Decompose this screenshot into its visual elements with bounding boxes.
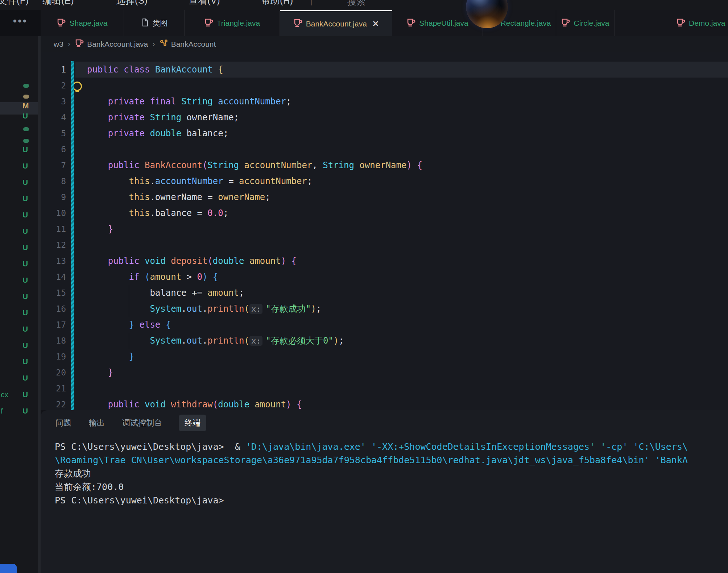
panel-tab-strip: 问题输出调试控制台终端 [55,415,206,431]
terminal-quoted-path: 'D:\java\bin\java.exe' [246,441,366,452]
git-status-dot [23,139,29,143]
panel-tab-输出[interactable]: 输出 [88,415,106,431]
git-status-untracked: U [22,390,28,399]
code-line-3: private final String accountNumber; [87,94,291,109]
indent-guide [108,173,108,221]
line-number: 3 [41,94,66,109]
breadcrumb-label: BankAccount [171,40,216,49]
breadcrumb-chevron-icon: › [152,40,155,49]
terminal-text: 存款成功 [55,468,91,479]
git-status-untracked: U [22,374,28,382]
indent-guide [129,285,129,317]
tab-label: ShapeUtil.java [419,19,468,28]
terminal-line: 存款成功 [55,467,728,480]
git-status-untracked: U [22,259,28,268]
line-number: 4 [41,109,66,125]
remote-indicator-badge[interactable] [0,564,17,573]
java-cup-icon [75,38,84,50]
sidebar-divider[interactable] [38,36,41,573]
tab-类图[interactable]: 类图 [124,10,185,36]
search-label[interactable]: 搜索 [347,0,365,8]
terminal-output[interactable]: PS C:\Users\yuwei\Desktop\java> & 'D:\ja… [55,440,728,573]
explorer-row-highlight[interactable] [0,102,38,115]
bottom-panel: 问题输出调试控制台终端 PS C:\Users\yuwei\Desktop\ja… [41,410,728,573]
tab-label: Rectangle.java [501,19,551,28]
tab-triangle-java[interactable]: Triangle.java [185,10,280,36]
editor-tab-bar: ••• Shape.java类图Triangle.javaBankAccount… [0,10,728,36]
menu-item-编辑-e[interactable]: 编辑(E) [42,0,74,7]
file-icon [141,18,149,29]
terminal-line: PS C:\Users\yuwei\Desktop\java> [55,494,728,507]
menu-separator: | [310,0,313,6]
tab-circle-java[interactable]: Circle.java [556,10,615,36]
git-status-untracked: U [22,357,28,366]
menu-item-文件-f[interactable]: 文件(F) [0,0,29,7]
code-editor[interactable]: 1public class BankAccount {23 private fi… [41,52,728,410]
git-modified-gutter [71,61,74,410]
git-status-untracked: U [22,276,28,285]
more-actions-icon[interactable]: ••• [13,19,28,23]
terminal-text: 当前余额:700.0 [55,482,124,492]
git-status-untracked: U [22,145,28,154]
terminal-text [366,441,371,452]
code-line-13: public void deposit(double amount) { [87,253,297,269]
menu-item-选择-s[interactable]: 选择(S) [116,0,148,7]
code-line-19: } [87,349,134,365]
terminal-line: 当前余额:700.0 [55,480,728,494]
line-number: 1 [41,62,66,78]
code-line-15: balance += amount; [87,285,244,301]
line-number: 19 [41,349,66,365]
code-line-16: System.out.println(x:"存款成功"); [87,301,321,317]
menu-item-查看-v[interactable]: 查看(V) [189,0,220,7]
terminal-line: \Roaming\Trae CN\User\workspaceStorage\a… [55,453,728,467]
tab-label: Demo.java [689,19,725,28]
breadcrumb-item-w3[interactable]: w3 [54,40,63,49]
tab-shape-java[interactable]: Shape.java [41,10,124,36]
git-status-untracked: U [22,112,28,120]
git-status-untracked: U [22,243,28,252]
line-number: 8 [41,173,66,189]
line-number: 11 [41,221,66,237]
panel-tab-调试控制台[interactable]: 调试控制台 [121,415,163,431]
code-line-20: } [87,365,113,381]
terminal-quoted-path: \Roaming\Trae CN\User\workspaceStorage\a… [55,455,688,465]
indent-guide [108,269,108,365]
explorer-file-label[interactable]: cx [1,390,8,399]
breadcrumb-item-bankaccount[interactable]: BankAccount [160,39,216,49]
line-number: 12 [41,237,66,253]
tab-bankaccount-java[interactable]: BankAccount.java✕ [280,10,392,36]
panel-tab-终端[interactable]: 终端 [179,415,206,431]
code-line-4: private String ownerName; [87,109,239,125]
panel-tab-问题[interactable]: 问题 [55,415,72,431]
class-symbol-icon [160,39,168,49]
code-line-18: System.out.println(x:"存款必须大于0"); [87,333,344,349]
line-number: 17 [41,317,66,333]
java-cup-icon [57,18,66,29]
java-cup-icon [561,18,570,29]
git-status-untracked: U [22,211,28,219]
line-number: 5 [41,125,66,141]
line-number: 7 [41,157,66,173]
breadcrumb: w3›BankAccount.java›BankAccount [41,36,728,52]
tab-demo-java[interactable]: Demo.java [615,10,728,36]
breadcrumb-item-bankaccount-java[interactable]: BankAccount.java [75,38,148,50]
breadcrumb-label: w3 [54,40,63,49]
menu-item-帮助-h[interactable]: 帮助(H) [261,0,293,7]
git-status-untracked: U [22,227,28,236]
code-line-9: this.ownerName = ownerName; [87,189,270,205]
git-status-untracked: U [22,407,28,415]
java-cup-icon [293,18,303,29]
file-explorer-edge[interactable]: MUUUUUUUUUUUUUUUUUcxUf [0,36,38,573]
git-status-dot [23,95,29,99]
code-line-22: public void withdraw(double amount) { [87,396,302,410]
code-line-1: public class BankAccount { [87,62,223,78]
code-line-8: this.accountNumber = accountNumber; [87,173,312,189]
line-number: 15 [41,285,66,301]
git-status-modified: M [22,101,29,110]
code-line-10: this.balance = 0.0; [87,205,228,221]
tab-close-icon[interactable]: ✕ [372,19,379,29]
code-line-7: public BankAccount(String accountNumber,… [87,157,422,173]
explorer-file-label[interactable]: f [1,407,3,415]
menu-bar: 文件(F)编辑(E)选择(S)查看(V)帮助(H)|搜索 [0,0,728,10]
git-status-untracked: U [22,162,28,170]
